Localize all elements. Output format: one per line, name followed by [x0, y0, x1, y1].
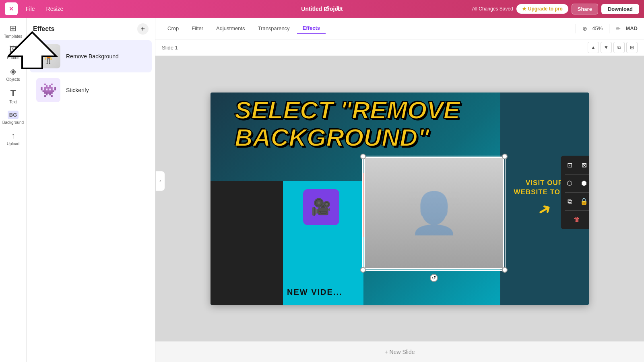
tab-adjustments[interactable]: Adjustments [211, 23, 251, 34]
topbar-right-group: All Changes Saved ★ Upgrade to pro Share… [472, 4, 639, 14]
effects-panel: Effects + 🧍 Remove Background 👾 Stickeri… [27, 18, 155, 362]
stickerify-thumbnail: 👾 [36, 78, 60, 102]
canvas-wrapper: SELECT "REMOVE BACKGROUND" 🎥 NEW VIDE... [155, 56, 644, 341]
toolbar-separator [576, 24, 576, 33]
tab-filter[interactable]: Filter [186, 23, 209, 34]
sidebar-item-upload[interactable]: ↑ Upload [2, 129, 25, 148]
ctx-delete-btn[interactable]: 🗑 [570, 212, 584, 227]
canvas[interactable]: SELECT "REMOVE BACKGROUND" 🎥 NEW VIDE... [211, 93, 589, 305]
ctx-move-forward-btn[interactable]: ⬡ [562, 176, 577, 191]
photos-icon: 🖼 [9, 45, 17, 54]
canvas-person-image[interactable]: 👤 [363, 157, 504, 269]
ctx-split-btn[interactable]: ⊠ [577, 158, 589, 173]
ctx-row-1: ⊡ ⊠ [562, 158, 589, 173]
ctx-lock-btn[interactable]: 🔒 [577, 194, 589, 209]
sidebar-item-objects[interactable]: ◈ Objects [2, 64, 25, 84]
share-button[interactable]: Share [572, 4, 598, 14]
panel-collapse-button[interactable]: ‹ [155, 171, 165, 191]
sidebar-item-text[interactable]: T Text [2, 86, 25, 107]
effect-item-remove-bg[interactable]: 🧍 Remove Background [30, 40, 152, 72]
sidebar-item-label: Text [9, 100, 17, 104]
upload-icon: ↑ [11, 131, 15, 140]
left-sidebar: ⊞ Templates 🖼 Photos ◈ Objects T Text BG… [0, 18, 27, 362]
slide-info-row: Slide 1 ▲ ▼ ⧉ ⊞ [155, 39, 644, 56]
edit-pen-icon: ✏ [616, 25, 621, 32]
slide-label: Slide 1 [162, 45, 178, 51]
ctx-row-2: ⬡ ⬢ [562, 176, 589, 191]
person-placeholder: 👤 [365, 158, 503, 268]
editor-area: Crop Filter Adjustments Transparency Eff… [155, 18, 644, 362]
handle-rotate[interactable]: ↺ [430, 274, 438, 282]
upgrade-button[interactable]: ★ Upgrade to pro [516, 4, 568, 14]
ctx-divider-1 [565, 174, 589, 175]
tab-transparency[interactable]: Transparency [252, 23, 295, 34]
remove-bg-thumbnail: 🧍 [36, 44, 60, 68]
canvas-dark-bar [211, 181, 283, 305]
canvas-area: Slide 1 ▲ ▼ ⧉ ⊞ SELECT "REMOVE BACKGROUN… [155, 39, 644, 362]
sidebar-item-label: Background [2, 120, 24, 125]
canvas-headline: SELECT "REMOVE BACKGROUND" [235, 97, 557, 151]
effect-name-remove-bg: Remove Background [66, 53, 119, 60]
slide-nav-down[interactable]: ▼ [601, 42, 612, 53]
sidebar-item-label: Objects [6, 77, 20, 82]
camera-monster-icon: 🎥 [303, 189, 339, 225]
arrow-down-icon: ➜ [534, 197, 555, 220]
background-icon: BG [8, 111, 19, 119]
user-label: MAD [625, 25, 638, 31]
effect-item-stickerify[interactable]: 👾 Stickerify [30, 74, 152, 106]
canvas-teal-bar: 🎥 NEW VIDE... [283, 181, 363, 305]
sidebar-item-photos[interactable]: 🖼 Photos [2, 43, 25, 62]
new-video-text: NEW VIDE... [287, 288, 343, 297]
slide-add[interactable]: ⊞ [626, 42, 638, 53]
new-slide-bar[interactable]: + New Slide [155, 341, 644, 362]
sidebar-item-label: Photos [7, 56, 19, 60]
ctx-divider-3 [565, 210, 589, 211]
slide-nav-up[interactable]: ▲ [588, 42, 599, 53]
resize-menu[interactable]: Resize [43, 4, 67, 14]
sidebar-item-background[interactable]: BG Background [2, 108, 25, 127]
objects-icon: ◈ [10, 66, 16, 76]
file-menu[interactable]: File [23, 4, 38, 14]
add-effect-button[interactable]: + [137, 23, 149, 35]
context-menu: ⊡ ⊠ ⬡ ⬢ ⧉ 🔒 [561, 156, 589, 229]
effects-title: Effects [33, 25, 54, 33]
canvas-nav-controls: ▲ ▼ ⧉ ⊞ [588, 42, 638, 53]
app-logo[interactable]: ✕ [5, 2, 18, 15]
stickerify-icon: 👾 [40, 82, 57, 98]
toolbar-right: ⊕ 45% ✏ MAD [574, 24, 638, 33]
save-status: All Changes Saved [472, 6, 513, 12]
text-icon: T [10, 88, 16, 99]
toolbar-separator-2 [609, 24, 609, 33]
effects-panel-header: Effects + [27, 18, 155, 39]
zoom-level: 45% [592, 25, 603, 31]
ctx-copy-btn[interactable]: ⧉ [562, 194, 577, 209]
ctx-divider-2 [565, 192, 589, 193]
sidebar-item-label: Upload [7, 142, 20, 146]
tab-crop[interactable]: Crop [162, 23, 184, 34]
zoom-icon: ⊕ [582, 25, 587, 32]
tab-effects[interactable]: Effects [297, 23, 326, 34]
toolbar: Crop Filter Adjustments Transparency Eff… [155, 18, 644, 39]
sidebar-item-label: Templates [4, 34, 23, 39]
star-icon: ★ [522, 6, 526, 12]
ctx-layer-btn[interactable]: ⬢ [577, 176, 589, 191]
person-figure-icon: 🧍 [40, 48, 57, 64]
download-button[interactable]: Download [601, 4, 639, 14]
templates-icon: ⊞ [10, 23, 17, 33]
main-layout: ⊞ Templates 🖼 Photos ◈ Objects T Text BG… [0, 18, 644, 362]
ctx-row-4: 🗑 [570, 212, 584, 227]
effect-name-stickerify: Stickerify [66, 87, 89, 93]
project-title: Untitled Project [301, 6, 343, 12]
sidebar-item-templates[interactable]: ⊞ Templates [2, 21, 25, 41]
ctx-resize-btn[interactable]: ⊡ [562, 158, 577, 173]
slide-copy[interactable]: ⧉ [613, 42, 625, 53]
topbar: ✕ File Resize Untitled Project ↺ ↻ All C… [0, 0, 644, 18]
ctx-row-3: ⧉ 🔒 [562, 194, 589, 209]
